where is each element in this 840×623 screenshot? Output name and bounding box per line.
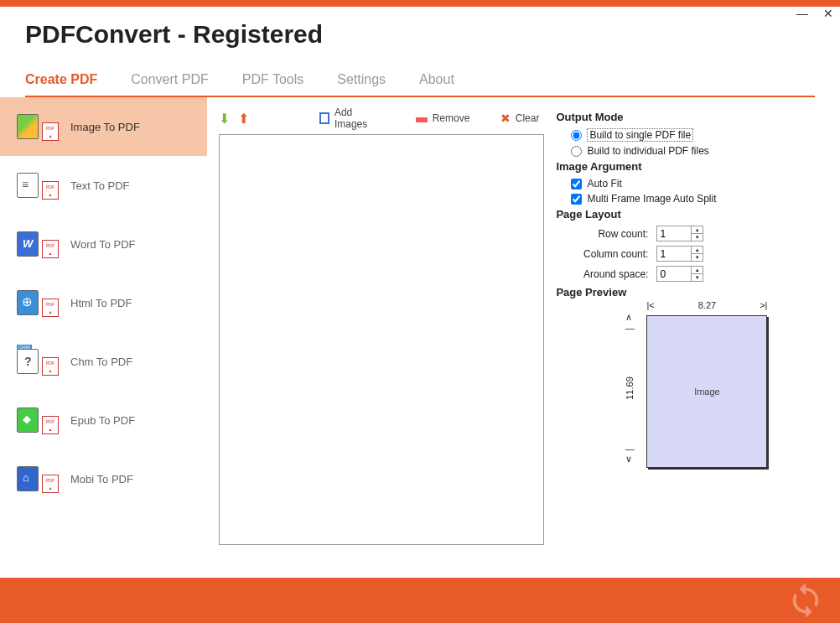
list-toolbar: ⬇ ⬆ Add Images Remove ✖ Clear: [219, 106, 545, 131]
center-panel: ⬇ ⬆ Add Images Remove ✖ Clear: [207, 97, 553, 550]
tool-btn-label: Remove: [433, 112, 470, 124]
spin-down[interactable]: ▾: [692, 274, 703, 282]
ruler-left-arrow: |<: [646, 300, 654, 310]
sidebar-item-label: Html To PDF: [70, 297, 132, 309]
preview-width-value: 8.27: [698, 300, 716, 310]
ruler-top-arrow: ∧—: [625, 312, 635, 333]
footer-bar: [0, 578, 840, 623]
multi-frame-label: Multi Frame Image Auto Split: [587, 193, 716, 205]
output-mode-single-label: Build to single PDF file: [587, 128, 693, 142]
options-panel: Output Mode Build to single PDF file Bui…: [552, 97, 840, 550]
spin-up[interactable]: ▴: [692, 267, 703, 274]
column-count-row: Column count: ▴▾: [556, 246, 827, 262]
sidebar-item-image-to-pdf[interactable]: Image To PDF: [0, 97, 207, 156]
image-argument-title: Image Argument: [556, 160, 827, 173]
output-mode-individual-row[interactable]: Build to individual PDF files: [571, 145, 827, 157]
app-title: PDFConvert - Registered: [25, 20, 815, 49]
add-icon: [319, 112, 329, 124]
sidebar-item-label: Image To PDF: [70, 121, 140, 133]
sidebar-item-label: Epub To PDF: [70, 414, 135, 427]
sidebar-item-text-to-pdf[interactable]: Text To PDF: [0, 156, 207, 215]
output-mode-single-row[interactable]: Build to single PDF file: [571, 128, 827, 142]
close-button[interactable]: ✕: [823, 7, 833, 20]
tab-about[interactable]: About: [419, 72, 454, 87]
auto-fit-checkbox[interactable]: [571, 179, 582, 189]
move-up-button[interactable]: ⬆: [238, 111, 251, 126]
row-count-row: Row count: ▴▾: [556, 226, 827, 241]
tab-settings[interactable]: Settings: [337, 72, 386, 87]
sidebar-item-epub-to-pdf[interactable]: Epub To PDF: [0, 391, 207, 449]
row-count-spinbox[interactable]: ▴▾: [656, 226, 707, 241]
tab-create-pdf[interactable]: Create PDF: [25, 72, 97, 87]
around-space-label: Around space:: [556, 268, 656, 280]
sidebar-item-mobi-to-pdf[interactable]: Mobi To PDF: [0, 449, 207, 508]
clear-button[interactable]: ✖ Clear: [495, 110, 545, 127]
row-count-input[interactable]: [656, 226, 692, 241]
preview-content-label: Image: [694, 387, 720, 397]
word-file-icon: [17, 230, 60, 258]
column-count-spinbox[interactable]: ▴▾: [656, 246, 707, 262]
preview-height-value: 11.69: [625, 376, 635, 400]
sidebar-item-label: Mobi To PDF: [70, 473, 133, 485]
sidebar-item-label: Text To PDF: [70, 179, 130, 192]
move-down-button[interactable]: ⬇: [219, 111, 231, 126]
epub-file-icon: [17, 406, 60, 434]
page-preview-title: Page Preview: [556, 286, 827, 299]
sidebar-item-html-to-pdf[interactable]: Html To PDF: [0, 273, 207, 332]
spin-up[interactable]: ▴: [692, 247, 703, 254]
title-bar: [0, 0, 840, 7]
minimize-button[interactable]: —: [796, 7, 808, 20]
remove-button[interactable]: Remove: [411, 111, 475, 126]
ruler-bottom-arrow: —∨: [625, 444, 635, 465]
ruler-right-arrow: >|: [760, 300, 767, 310]
around-space-input[interactable]: [656, 266, 692, 282]
output-mode-individual-label: Build to individual PDF files: [587, 145, 708, 157]
image-list[interactable]: [219, 134, 545, 545]
row-count-label: Row count:: [556, 228, 656, 240]
mobi-file-icon: [17, 465, 60, 493]
around-space-spinbox[interactable]: ▴▾: [656, 266, 707, 282]
spin-down[interactable]: ▾: [692, 234, 703, 241]
preview-height-ruler: ∧— 11.69 —∨: [618, 312, 641, 465]
sidebar: Image To PDF Text To PDF Word To PDF Htm…: [0, 97, 207, 550]
nav-tabs: Create PDF Convert PDF PDF Tools Setting…: [25, 54, 815, 97]
output-mode-individual-radio[interactable]: [571, 146, 582, 157]
multi-frame-row[interactable]: Multi Frame Image Auto Split: [571, 193, 827, 205]
auto-fit-label: Auto Fit: [587, 178, 621, 189]
column-count-input[interactable]: [656, 246, 692, 262]
image-file-icon: [17, 112, 60, 141]
preview-width-ruler: |< 8.27 >|: [646, 300, 767, 310]
page-layout-title: Page Layout: [556, 208, 827, 221]
sidebar-item-chm-to-pdf[interactable]: CHM Chm To PDF: [0, 332, 207, 391]
text-file-icon: [17, 171, 60, 200]
multi-frame-checkbox[interactable]: [571, 194, 582, 205]
output-mode-single-radio[interactable]: [571, 130, 582, 141]
sidebar-item-label: Chm To PDF: [70, 356, 132, 368]
spin-down[interactable]: ▾: [692, 254, 703, 262]
clear-icon: ✖: [500, 112, 511, 125]
tool-btn-label: Clear: [516, 112, 540, 124]
tool-btn-label: Add Images: [334, 106, 378, 130]
tab-convert-pdf[interactable]: Convert PDF: [131, 72, 208, 87]
output-mode-title: Output Mode: [556, 111, 827, 123]
auto-fit-row[interactable]: Auto Fit: [571, 178, 827, 189]
refresh-icon: [786, 581, 825, 620]
tab-pdf-tools[interactable]: PDF Tools: [242, 72, 304, 87]
column-count-label: Column count:: [556, 248, 656, 260]
page-preview: |< 8.27 >| ∧— 11.69 —∨ Image: [556, 305, 827, 490]
sidebar-item-word-to-pdf[interactable]: Word To PDF: [0, 215, 207, 273]
spin-up[interactable]: ▴: [692, 226, 703, 234]
html-file-icon: [17, 288, 60, 317]
remove-icon: [416, 117, 428, 122]
preview-page: Image: [646, 315, 767, 468]
chm-file-icon: CHM: [17, 347, 60, 376]
add-images-button[interactable]: Add Images: [314, 105, 383, 132]
sidebar-item-label: Word To PDF: [70, 238, 136, 251]
around-space-row: Around space: ▴▾: [556, 266, 827, 282]
window-controls: — ✕: [796, 7, 833, 20]
